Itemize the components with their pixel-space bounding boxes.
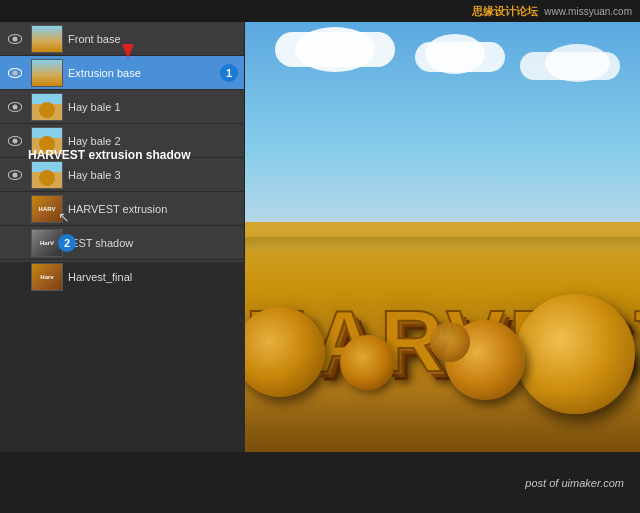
layer-name-6: /EST shadow <box>68 237 240 249</box>
thumbnail-7: Harv <box>31 263 63 291</box>
eye-toggle-3[interactable] <box>4 136 26 146</box>
eye-toggle-1[interactable] <box>4 68 26 78</box>
layer-name-1: Extrusion base <box>68 67 240 79</box>
layer-name-4: Hay bale 3 <box>68 169 240 181</box>
main-canvas: HARVEST <box>245 22 640 452</box>
cloud-2 <box>295 27 375 72</box>
ground-shadow <box>245 392 640 452</box>
eye-icon-4 <box>8 170 22 180</box>
eye-toggle-0[interactable] <box>4 34 26 44</box>
layers-panel: Front base Extrusion base 1 Hay bale 1 <box>0 22 245 262</box>
eye-icon-0 <box>8 34 22 44</box>
thumbnail-2 <box>31 93 63 121</box>
badge-1: 1 <box>220 64 238 82</box>
top-bar: 思缘设计论坛 www.missyuan.com <box>0 0 640 22</box>
layer-name-3: Hay bale 2 <box>68 135 240 147</box>
watermark-text: www.missyuan.com <box>544 6 632 17</box>
cloud-6 <box>545 44 610 82</box>
thumb-img-1 <box>32 60 62 86</box>
thumb-img-4 <box>32 162 62 188</box>
eye-icon-3 <box>8 136 22 146</box>
layer-row-hay-bale-2[interactable]: Hay bale 2 <box>0 124 244 158</box>
layer-name-2: Hay bale 1 <box>68 101 240 113</box>
thumb-img-2 <box>32 94 62 120</box>
eye-toggle-2[interactable] <box>4 102 26 112</box>
layer-row-harvest-final[interactable]: Harv Harvest_final <box>0 260 244 294</box>
layer-name-7: Harvest_final <box>68 271 240 283</box>
layer-row-extrusion-base[interactable]: Extrusion base 1 <box>0 56 244 90</box>
layer-row-harvest-shadow[interactable]: HarV /EST shadow 2 <box>0 226 244 260</box>
eye-icon-1 <box>8 68 22 78</box>
layer-name-5: HARVEST extrusion <box>68 203 240 215</box>
thumb-img-0 <box>32 26 62 52</box>
bottom-bar: post of uimaker.com <box>0 452 640 513</box>
layer-row-hay-bale-1[interactable]: Hay bale 1 <box>0 90 244 124</box>
eye-icon-2 <box>8 102 22 112</box>
eye-toggle-4[interactable] <box>4 170 26 180</box>
badge-2: 2 <box>58 234 76 252</box>
post-credit: post of uimaker.com <box>525 477 624 489</box>
layer-name-0: Front base <box>68 33 240 45</box>
thumb-img-5: HARV <box>32 196 62 222</box>
thumbnail-5: HARV <box>31 195 63 223</box>
thumbnail-1 <box>31 59 63 87</box>
thumbnail-3 <box>31 127 63 155</box>
cloud-4 <box>425 34 485 74</box>
hay-bale-mid-left <box>340 335 395 390</box>
layer-row-harvest-extrusion[interactable]: HARV HARVEST extrusion ↖ <box>0 192 244 226</box>
thumb-img-7: Harv <box>32 264 62 290</box>
field-horizon <box>245 237 640 252</box>
hay-bale-far-right <box>430 322 470 362</box>
layer-row-hay-bale-3[interactable]: Hay bale 3 <box>0 158 244 192</box>
layer-row-front-base[interactable]: Front base <box>0 22 244 56</box>
thumbnail-0 <box>31 25 63 53</box>
site-logo: 思缘设计论坛 <box>472 4 538 19</box>
thumbnail-4 <box>31 161 63 189</box>
thumb-img-3 <box>32 128 62 154</box>
